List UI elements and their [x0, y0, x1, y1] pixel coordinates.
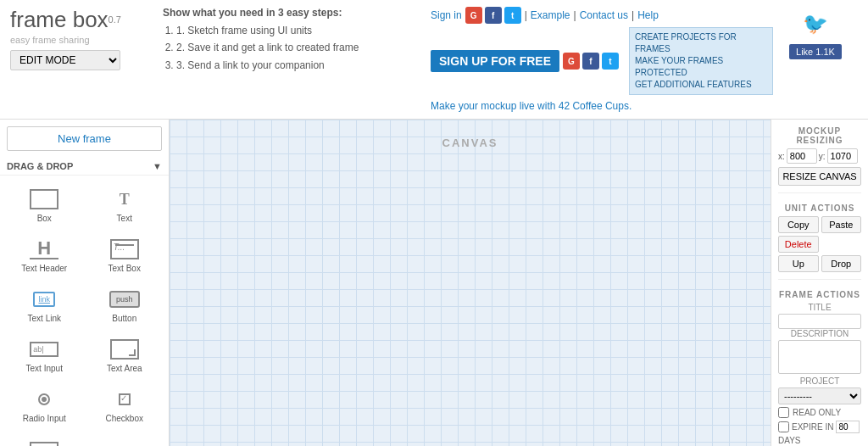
logo-title: frame box — [10, 7, 108, 32]
text-link-label: Text Link — [28, 314, 61, 323]
signup-social-icons: G f t — [563, 53, 619, 70]
separator-3: | — [632, 9, 634, 21]
right-sidebar: MOCKUP RESIZING x: y: RESIZE CANVAS UNIT… — [771, 120, 868, 446]
resize-inputs: x: y: — [778, 148, 861, 164]
signin-social-icons: G f t — [465, 7, 521, 24]
expire-days-input[interactable] — [836, 421, 860, 433]
step-3: 3. Send a link to your companion — [176, 57, 414, 74]
paste-button[interactable]: Paste — [821, 216, 862, 233]
y-label: y: — [819, 152, 826, 161]
x-input[interactable] — [787, 148, 817, 164]
unit-actions-section: UNIT ACTIONS Copy Paste Delete Up Drop — [778, 203, 861, 280]
element-radio-input[interactable]: Radio Input — [5, 381, 84, 429]
readonly-checkbox[interactable] — [778, 407, 789, 418]
delete-button[interactable]: Delete — [778, 236, 819, 253]
expire-label: EXPIRE IN — [792, 422, 833, 432]
mode-select[interactable]: EDIT MODE PREVIEW MODE — [10, 50, 120, 70]
expire-row: EXPIRE IN DAYS — [778, 421, 861, 445]
text-input-icon — [27, 337, 61, 362]
box-icon — [27, 187, 61, 212]
contact-link[interactable]: Contact us — [580, 9, 628, 21]
like-button[interactable]: Like 1.1K — [789, 44, 842, 59]
element-box[interactable]: Box — [5, 181, 84, 229]
coffee-link[interactable]: Make your mockup live with 42 Coffee Cup… — [431, 100, 632, 112]
checkbox-icon — [108, 387, 142, 412]
drag-drop-header: DRAG & DROP ▼ — [0, 158, 169, 176]
step-1: 1. Sketch frame using UI units — [176, 22, 414, 39]
signup-facebook-icon[interactable]: f — [582, 53, 599, 70]
text-header-icon: H — [27, 237, 61, 262]
element-text-link[interactable]: link Text Link — [5, 281, 84, 329]
text-label: Text — [117, 214, 132, 223]
steps-area: Show what you need in 3 easy steps: 1. S… — [146, 7, 431, 74]
up-button[interactable]: Up — [778, 255, 819, 272]
canvas-area[interactable]: CANVAS — [170, 120, 771, 446]
element-select[interactable]: Select — [5, 431, 84, 446]
y-input[interactable] — [827, 148, 858, 164]
text-icon: T — [108, 187, 142, 212]
frame-desc-label: DESCRIPTION — [778, 329, 861, 338]
text-link-icon: link — [27, 287, 61, 312]
element-checkbox[interactable]: Checkbox — [86, 381, 164, 429]
x-label: x: — [778, 152, 785, 161]
coffee-text: Make your mockup live with 42 Coffee Cup… — [431, 100, 632, 112]
button-label: Button — [112, 314, 136, 323]
example-link[interactable]: Example — [531, 9, 570, 21]
button-icon: push — [108, 287, 142, 312]
frame-actions-title: FRAME ACTIONS — [778, 290, 861, 299]
element-horizontal-line[interactable]: Horizontal Line — [86, 431, 164, 446]
mockup-resizing-section: MOCKUP RESIZING x: y: RESIZE CANVAS — [778, 126, 861, 193]
box-label: Box — [37, 214, 52, 223]
frame-actions-section: FRAME ACTIONS TITLE DESCRIPTION PROJECT … — [778, 290, 861, 446]
canvas-label: CANVAS — [442, 137, 498, 149]
facebook-icon[interactable]: f — [485, 7, 502, 24]
horizontal-line-icon — [108, 437, 142, 446]
select-icon — [27, 437, 61, 446]
left-sidebar: New frame DRAG & DROP ▼ Box T Text H Tex… — [0, 120, 170, 446]
steps-title: Show what you need in 3 easy steps: — [163, 7, 414, 19]
unit-action-buttons: Copy Paste Delete Up Drop — [778, 216, 861, 272]
mockup-resizing-title: MOCKUP RESIZING — [778, 126, 861, 145]
twitter-bird-icon: 🐦 — [798, 7, 832, 41]
element-text-area[interactable]: Text Area — [86, 331, 164, 379]
signin-row: Sign in G f t | Example | Contact us | H… — [431, 7, 659, 24]
signup-button[interactable]: SIGN UP FOR FREE — [431, 50, 559, 72]
signup-google-icon[interactable]: G — [563, 53, 580, 70]
frame-title-input[interactable] — [778, 314, 861, 329]
frame-title-label: TITLE — [778, 303, 861, 312]
text-header-label: Text Header — [21, 264, 67, 273]
step-2: 2. Save it and get a link to created fra… — [176, 39, 414, 56]
steps-list: 1. Sketch frame using UI units 2. Save i… — [163, 22, 414, 74]
ui-elements-grid: Box T Text H Text Header T... Text Box l… — [0, 176, 169, 446]
signin-link[interactable]: Sign in — [431, 9, 462, 21]
project-select[interactable]: --------- — [778, 387, 861, 404]
drag-drop-label: DRAG & DROP — [7, 161, 73, 171]
expire-unit: DAYS — [778, 436, 801, 445]
header: frame box0.7 easy frame sharing EDIT MOD… — [0, 0, 868, 120]
logo-version: 0.7 — [108, 14, 121, 25]
new-frame-button[interactable]: New frame — [7, 126, 162, 151]
google-icon[interactable]: G — [465, 7, 482, 24]
copy-button[interactable]: Copy — [778, 216, 819, 233]
drop-button[interactable]: Drop — [821, 255, 862, 272]
unit-actions-title: UNIT ACTIONS — [778, 203, 861, 213]
twitter-icon[interactable]: t — [504, 7, 521, 24]
readonly-row: READ ONLY — [778, 407, 861, 418]
help-link[interactable]: Help — [637, 9, 659, 21]
text-box-label: Text Box — [108, 264, 141, 273]
element-text-header[interactable]: H Text Header — [5, 231, 84, 279]
project-label: PROJECT — [778, 376, 861, 386]
element-text-input[interactable]: Text Input — [5, 331, 84, 379]
expire-checkbox[interactable] — [778, 421, 789, 432]
radio-label: Radio Input — [23, 414, 66, 423]
element-text[interactable]: T Text — [86, 181, 164, 229]
resize-canvas-button[interactable]: RESIZE CANVAS — [778, 167, 861, 186]
radio-icon — [27, 387, 61, 412]
main-layout: New frame DRAG & DROP ▼ Box T Text H Tex… — [0, 120, 868, 446]
element-button[interactable]: push Button — [86, 281, 164, 329]
signup-twitter-icon[interactable]: t — [602, 53, 619, 70]
element-text-box[interactable]: T... Text Box — [86, 231, 164, 279]
signup-btn-row: SIGN UP FOR FREE G f t CREATE PROJECTS F… — [431, 27, 773, 95]
frame-desc-textarea[interactable] — [778, 340, 861, 374]
promo-box: CREATE PROJECTS FOR FRAMES MAKE YOUR FRA… — [629, 27, 773, 95]
